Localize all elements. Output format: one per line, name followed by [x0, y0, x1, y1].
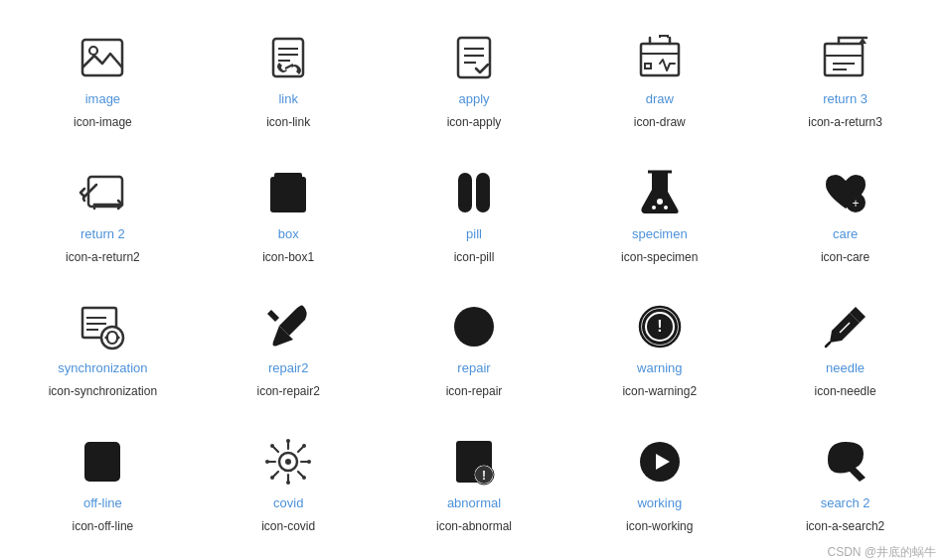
svg-rect-0 — [82, 40, 122, 75]
warning-icon: ! — [632, 299, 688, 354]
svg-rect-20 — [458, 173, 472, 212]
icon-label-sync: synchronization — [58, 360, 147, 377]
icon-classname-offline: icon-off-line — [72, 518, 133, 535]
repair2-icon — [260, 299, 316, 354]
svg-rect-17 — [88, 177, 122, 207]
svg-point-57 — [302, 444, 306, 448]
icon-classname-apply: icon-apply — [447, 114, 502, 131]
icon-label-search2: search 2 — [821, 495, 870, 512]
svg-point-23 — [657, 199, 663, 205]
svg-rect-19 — [274, 173, 302, 183]
svg-point-43 — [285, 459, 291, 465]
icon-cell-specimen: specimen icon-specimen — [566, 155, 752, 280]
return2-icon — [75, 165, 130, 220]
working-icon — [632, 434, 688, 490]
icon-cell-sync: synchronization icon-synchronization — [10, 289, 196, 414]
icon-cell-link: link icon-link — [196, 20, 382, 145]
icon-classname-working: icon-working — [626, 518, 693, 535]
icon-cell-return2: return 2 icon-a-return2 — [10, 155, 196, 280]
svg-point-45 — [286, 439, 290, 443]
svg-point-24 — [652, 206, 656, 210]
svg-point-51 — [307, 460, 311, 464]
repair-icon — [446, 299, 502, 354]
svg-point-59 — [270, 476, 274, 480]
sync-icon — [75, 299, 130, 354]
icon-classname-return2: icon-a-return2 — [66, 249, 140, 266]
icon-label-image: image — [85, 91, 120, 108]
svg-rect-41 — [84, 442, 120, 482]
icon-cell-repair: repair icon-repair — [382, 289, 567, 414]
icon-cell-pill: pill icon-pill — [382, 155, 567, 280]
icon-classname-return3: icon-a-return3 — [808, 114, 882, 131]
icon-label-repair2: repair2 — [268, 360, 308, 377]
icon-cell-abnormal: ! abnormal icon-abnormal — [382, 424, 567, 549]
icon-grid: image icon-image link icon-link — [0, 0, 948, 560]
icon-label-apply: apply — [458, 91, 489, 108]
svg-rect-7 — [458, 38, 490, 77]
icon-classname-draw: icon-draw — [634, 114, 686, 131]
icon-label-pill: pill — [466, 226, 482, 243]
svg-point-35 — [454, 307, 494, 347]
icon-cell-apply: apply icon-apply — [382, 20, 567, 145]
care-icon: + — [818, 165, 873, 220]
icon-classname-covid: icon-covid — [261, 518, 315, 535]
svg-rect-13 — [825, 44, 863, 75]
icon-cell-working: working icon-working — [566, 424, 752, 549]
abnormal-icon: ! — [446, 434, 502, 490]
needle-icon — [818, 299, 873, 354]
icon-label-care: care — [833, 226, 858, 243]
icon-classname-repair2: icon-repair2 — [257, 383, 320, 400]
icon-classname-sync: icon-synchronization — [49, 383, 157, 400]
icon-cell-covid: covid icon-covid — [196, 424, 382, 549]
icon-classname-pill: icon-pill — [454, 249, 495, 266]
icon-cell-box: box icon-box1 — [196, 155, 382, 280]
icon-label-repair: repair — [457, 360, 490, 377]
draw-icon — [632, 30, 688, 85]
svg-text:+: + — [852, 197, 859, 210]
icon-cell-image: image icon-image — [10, 20, 196, 145]
icon-label-link: link — [278, 91, 298, 108]
icon-label-offline: off-line — [83, 495, 122, 512]
icon-label-covid: covid — [273, 495, 303, 512]
svg-point-55 — [302, 476, 306, 480]
icon-classname-box: icon-box1 — [262, 249, 314, 266]
icon-cell-needle: needle icon-needle — [752, 289, 938, 414]
icon-classname-care: icon-care — [821, 249, 869, 266]
icon-cell-care: + care icon-care — [752, 155, 938, 280]
icon-classname-abnormal: icon-abnormal — [436, 518, 512, 535]
icon-classname-image: icon-image — [74, 114, 132, 131]
icon-label-needle: needle — [826, 360, 865, 377]
box-icon — [260, 165, 316, 220]
icon-label-abnormal: abnormal — [447, 495, 501, 512]
icon-label-return3: return 3 — [823, 91, 868, 108]
icon-cell-offline: off-line icon-off-line — [10, 424, 196, 549]
icon-classname-repair: icon-repair — [446, 383, 503, 400]
icon-classname-specimen: icon-specimen — [621, 249, 698, 266]
return3-icon — [818, 30, 873, 85]
icon-cell-repair2: repair2 icon-repair2 — [196, 289, 382, 414]
icon-label-warning: warning — [637, 360, 683, 377]
icon-classname-needle: icon-needle — [815, 383, 876, 400]
svg-rect-21 — [476, 173, 490, 212]
svg-point-47 — [286, 481, 290, 485]
search2-icon — [818, 434, 873, 490]
offline-icon — [75, 434, 130, 490]
icon-classname-warning: icon-warning2 — [622, 383, 697, 400]
image-icon — [75, 30, 130, 85]
svg-rect-11 — [641, 44, 679, 75]
svg-text:!: ! — [482, 469, 486, 483]
svg-point-53 — [270, 444, 274, 448]
link-icon — [260, 30, 316, 85]
svg-point-49 — [265, 460, 269, 464]
icon-classname-search2: icon-a-search2 — [806, 518, 884, 535]
icon-classname-link: icon-link — [266, 114, 310, 131]
icon-cell-warning: ! warning icon-warning2 — [566, 289, 752, 414]
svg-text:!: ! — [657, 318, 662, 335]
icon-cell-search2: search 2 icon-a-search2 — [752, 424, 938, 549]
icon-label-draw: draw — [646, 91, 674, 108]
icon-label-working: working — [637, 495, 682, 512]
svg-point-25 — [664, 206, 668, 210]
icon-cell-return3: return 3 icon-a-return3 — [752, 20, 938, 145]
icon-label-specimen: specimen — [632, 226, 688, 243]
covid-icon — [260, 434, 316, 490]
